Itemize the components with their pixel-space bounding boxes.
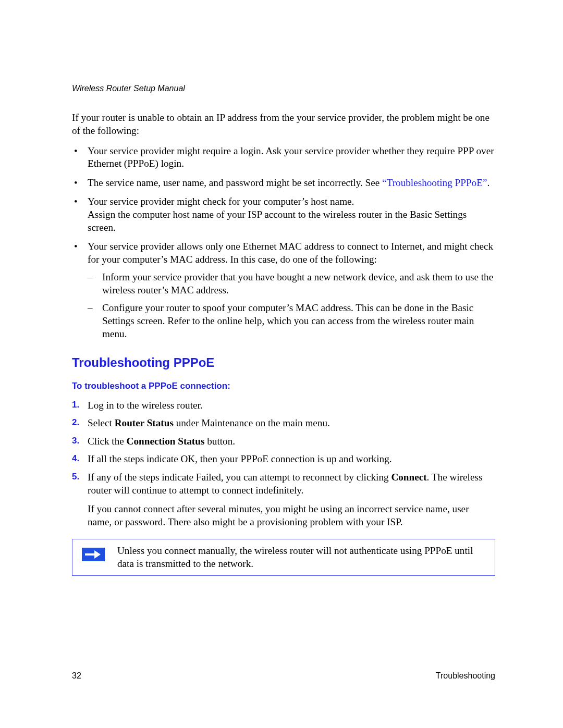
ui-label: Connection Status — [127, 436, 205, 447]
step-item: Select Router Status under Maintenance o… — [72, 417, 495, 430]
list-item: Your service provider might check for yo… — [72, 195, 495, 234]
ui-label: Router Status — [115, 417, 174, 428]
step-item: If all the steps indicate OK, then your … — [72, 453, 495, 466]
list-item: Your service provider allows only one Et… — [72, 240, 495, 340]
step-item: If any of the steps indicate Failed, you… — [72, 471, 495, 497]
text-fragment: Assign the computer host name of your IS… — [88, 209, 467, 233]
list-item: Configure your router to spoof your comp… — [88, 302, 495, 340]
text-fragment: button. — [204, 436, 235, 447]
step-item: Click the Connection Status button. — [72, 435, 495, 448]
sub-list: Inform your service provider that you ha… — [88, 271, 495, 340]
text-fragment: If any of the steps indicate Failed, you… — [88, 472, 391, 483]
page-footer: 32 Troubleshooting — [72, 671, 495, 681]
list-item: Your service provider might require a lo… — [72, 145, 495, 170]
procedure-steps: Log in to the wireless router. Select Ro… — [72, 399, 495, 497]
page-number: 32 — [72, 671, 81, 681]
text-fragment: The service name, user name, and passwor… — [88, 177, 382, 188]
cross-reference-link[interactable]: “Troubleshooting PPPoE” — [382, 177, 487, 188]
note-callout: Unless you connect manually, the wireles… — [72, 539, 495, 576]
step-item: Log in to the wireless router. — [72, 399, 495, 412]
text-fragment: . — [487, 177, 489, 188]
running-header: Wireless Router Setup Manual — [72, 83, 495, 94]
section-heading: Troubleshooting PPPoE — [72, 355, 495, 371]
list-item: Inform your service provider that you ha… — [88, 271, 495, 297]
text-fragment: under Maintenance on the main menu. — [174, 417, 330, 428]
text-fragment: Your service provider allows only one Et… — [88, 241, 493, 265]
text-fragment: Your service provider might check for yo… — [88, 196, 354, 207]
problem-list: Your service provider might require a lo… — [72, 145, 495, 341]
list-item: The service name, user name, and passwor… — [72, 177, 495, 190]
closing-paragraph: If you cannot connect after several minu… — [88, 503, 495, 528]
procedure-heading: To troubleshoot a PPPoE connection: — [72, 380, 495, 392]
ui-label: Connect — [391, 472, 426, 483]
arrow-right-icon — [82, 548, 105, 561]
footer-section-name: Troubleshooting — [436, 671, 495, 681]
text-fragment: Select — [88, 417, 115, 428]
note-text: Unless you connect manually, the wireles… — [117, 545, 487, 570]
text-fragment: Click the — [88, 436, 127, 447]
intro-paragraph: If your router is unable to obtain an IP… — [72, 112, 495, 137]
document-page: Wireless Router Setup Manual If your rou… — [0, 0, 563, 728]
